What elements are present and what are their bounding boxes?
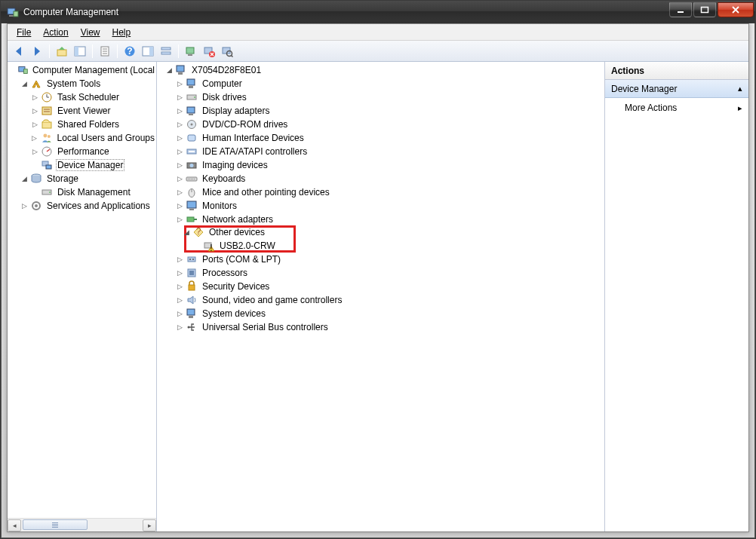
menu-view[interactable]: View <box>75 26 106 39</box>
scroll-track[interactable] <box>21 519 143 531</box>
minimize-button[interactable] <box>669 2 692 17</box>
scroll-right-button[interactable]: ▸ <box>143 519 156 531</box>
expand-icon[interactable]: ▷ <box>175 188 184 197</box>
menu-action[interactable]: Action <box>37 26 74 39</box>
device-category-computer[interactable]: ▷ Computer <box>174 77 604 90</box>
show-hide-tree-button[interactable] <box>72 43 88 60</box>
view-button[interactable] <box>158 43 174 60</box>
update-driver-button[interactable] <box>183 43 199 60</box>
svg-rect-31 <box>42 122 51 128</box>
device-category-security-devices[interactable]: ▷ Security Devices <box>174 280 604 293</box>
expand-icon[interactable]: ▷ <box>175 120 184 129</box>
expand-icon[interactable]: ▷ <box>175 201 184 210</box>
expand-icon[interactable]: ▷ <box>175 268 184 277</box>
expand-icon[interactable]: ▷ <box>175 323 184 332</box>
tree-storage[interactable]: ◢ Storage <box>18 172 156 185</box>
nav-back-button[interactable] <box>11 43 27 60</box>
device-category-monitors[interactable]: ▷ Monitors <box>174 199 604 213</box>
tree-services-apps[interactable]: ▷Services and Applications <box>18 199 156 213</box>
disk-management-icon <box>41 186 53 198</box>
expand-icon[interactable]: ▷ <box>175 79 184 88</box>
device-host[interactable]: ◢ X7054D28F8E01 <box>163 63 604 77</box>
tree-task-scheduler[interactable]: ▷Task Scheduler <box>29 90 156 104</box>
expand-icon[interactable]: ▷ <box>175 174 184 183</box>
svg-rect-61 <box>187 201 196 208</box>
expand-icon[interactable]: ▷ <box>175 161 184 170</box>
device-category-sound-video-and-game-controllers[interactable]: ▷ Sound, video and game controllers <box>174 293 604 307</box>
device-category-universal-serial-bus-controllers[interactable]: ▷ Universal Serial Bus controllers <box>174 320 604 334</box>
toolbar-separator <box>117 44 118 58</box>
collapse-icon[interactable]: ◢ <box>164 66 174 75</box>
expand-icon[interactable]: ▷ <box>30 147 39 156</box>
tree-performance[interactable]: ▷Performance <box>29 145 156 158</box>
event-viewer-icon <box>41 105 53 117</box>
menu-help[interactable]: Help <box>106 26 137 39</box>
maximize-button[interactable] <box>693 2 716 17</box>
device-category-imaging-devices[interactable]: ▷ Imaging devices <box>174 158 604 172</box>
svg-point-41 <box>35 204 38 207</box>
ports-com-lpt--icon <box>186 253 198 265</box>
tree-device-manager[interactable]: Device Manager <box>29 158 156 172</box>
close-button[interactable] <box>718 2 754 17</box>
device-category-system-devices[interactable]: ▷ System devices <box>174 307 604 320</box>
help-button[interactable]: ? <box>121 43 138 60</box>
sound-video-and-game-controllers-icon <box>186 294 198 306</box>
scroll-left-button[interactable]: ◂ <box>8 519 21 531</box>
device-category-human-interface-devices[interactable]: ▷ Human Interface Devices <box>174 131 604 145</box>
expand-icon[interactable]: ▷ <box>30 120 39 129</box>
collapse-icon[interactable]: ◢ <box>182 228 191 237</box>
device-usb-crw[interactable]: ! USB2.0-CRW <box>191 239 277 253</box>
expand-icon[interactable]: ▷ <box>175 255 184 264</box>
titlebar[interactable]: Computer Management <box>1 1 755 23</box>
device-category-ports-com-lpt-[interactable]: ▷ Ports (COM & LPT) <box>174 253 604 266</box>
device-tree[interactable]: ◢ X7054D28F8E01 ▷ Computer ▷ Disk drives… <box>157 62 604 335</box>
expand-icon[interactable]: ▷ <box>30 93 39 102</box>
scan-hardware-button[interactable] <box>219 43 235 60</box>
actions-section[interactable]: Device Manager ▴ <box>605 80 748 98</box>
device-category-processors[interactable]: ▷ Processors <box>174 266 604 280</box>
expand-icon[interactable]: ▷ <box>20 201 29 210</box>
expand-icon[interactable]: ▷ <box>30 133 39 142</box>
expand-icon[interactable]: ▷ <box>175 282 184 291</box>
expand-icon[interactable]: ▷ <box>175 215 184 224</box>
tree-root[interactable]: Computer Management (Local <box>8 63 156 77</box>
svg-point-69 <box>192 259 194 260</box>
svg-point-33 <box>48 135 51 138</box>
tree-event-viewer[interactable]: ▷Event Viewer <box>29 104 156 118</box>
tree-local-users[interactable]: ▷Local Users and Groups <box>29 131 156 145</box>
device-category-keyboards[interactable]: ▷ Keyboards <box>174 172 604 185</box>
left-hscrollbar[interactable]: ◂ ▸ <box>8 518 156 531</box>
tree-disk-management[interactable]: Disk Management <box>29 185 156 199</box>
nav-forward-button[interactable] <box>29 43 45 60</box>
performance-icon <box>41 145 53 158</box>
actions-more[interactable]: More Actions ▸ <box>605 98 748 118</box>
svg-rect-26 <box>23 69 27 74</box>
expand-icon[interactable]: ▷ <box>175 296 184 305</box>
properties-button[interactable] <box>97 43 113 60</box>
uninstall-button[interactable] <box>201 43 217 60</box>
device-category-ide-ata-atapi-controllers[interactable]: ▷ IDE ATA/ATAPI controllers <box>174 145 604 158</box>
expand-icon[interactable]: ▷ <box>175 106 184 115</box>
device-category-mice-and-other-pointing-devices[interactable]: ▷ Mice and other pointing devices <box>174 185 604 199</box>
scroll-thumb[interactable] <box>23 519 88 530</box>
menu-file[interactable]: File <box>11 26 37 39</box>
collapse-icon[interactable]: ◢ <box>20 174 29 183</box>
actions-header: Actions <box>605 62 748 80</box>
device-category-network-adapters[interactable]: ▷ Network adapters <box>174 213 604 226</box>
device-category-display-adapters[interactable]: ▷ Display adapters <box>174 104 604 118</box>
device-category-disk-drives[interactable]: ▷ Disk drives <box>174 90 604 104</box>
expand-icon[interactable]: ▷ <box>175 133 184 142</box>
device-category-dvd-cd-rom-drives[interactable]: ▷ DVD/CD-ROM drives <box>174 118 604 131</box>
expand-icon[interactable]: ▷ <box>175 147 184 156</box>
tree-shared-folders[interactable]: ▷Shared Folders <box>29 118 156 131</box>
expand-icon[interactable]: ▷ <box>175 309 184 318</box>
collapse-icon[interactable]: ◢ <box>20 79 29 88</box>
up-button[interactable] <box>54 43 70 60</box>
device-category-other-devices[interactable]: ◢ ? Other devices <box>180 225 266 239</box>
tree-system-tools[interactable]: ◢ System Tools <box>18 77 156 90</box>
action-pane-button[interactable] <box>140 43 156 60</box>
collapse-icon[interactable]: ▴ <box>738 84 742 93</box>
expand-icon[interactable]: ▷ <box>175 93 184 102</box>
console-tree[interactable]: Computer Management (Local ◢ System Tool… <box>8 62 156 518</box>
expand-icon[interactable]: ▷ <box>30 106 39 115</box>
